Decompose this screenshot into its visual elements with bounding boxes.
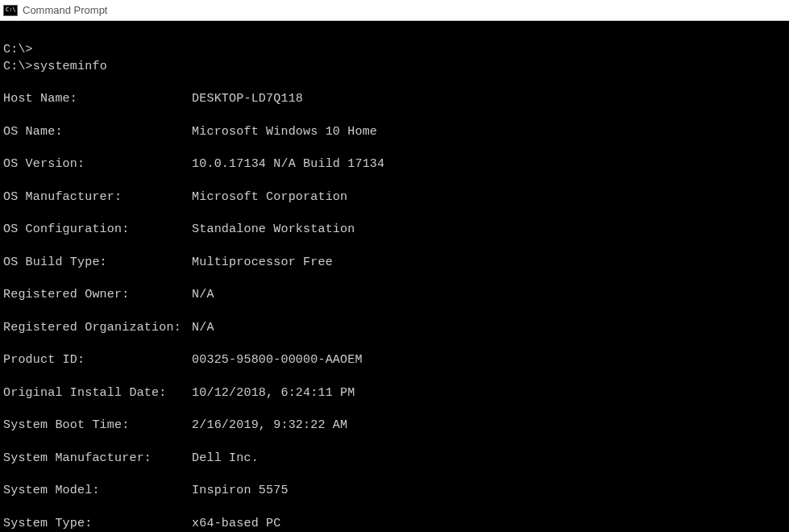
field-value: 2/16/2019, 9:32:22 AM bbox=[192, 418, 347, 432]
field-value: Microsoft Corporation bbox=[192, 190, 347, 204]
field-value: N/A bbox=[192, 321, 214, 335]
field-label: System Model: bbox=[3, 483, 192, 499]
field-label: Product ID: bbox=[3, 352, 192, 368]
field-value: Multiprocessor Free bbox=[192, 256, 333, 269]
field-label: OS Name: bbox=[3, 124, 192, 140]
field-label: System Boot Time: bbox=[3, 418, 192, 434]
field-value: Dell Inc. bbox=[192, 451, 259, 465]
field-row: System Boot Time:2/16/2019, 9:32:22 AM bbox=[3, 418, 786, 434]
field-row: OS Manufacturer:Microsoft Corporation bbox=[3, 189, 786, 206]
field-label: OS Build Type: bbox=[3, 255, 192, 271]
prompt-line-1: C:\> bbox=[3, 43, 33, 56]
field-label: System Manufacturer: bbox=[3, 451, 192, 467]
field-value: 10.0.17134 N/A Build 17134 bbox=[192, 157, 384, 171]
field-row: Registered Owner:N/A bbox=[3, 287, 786, 303]
field-value: N/A bbox=[192, 288, 214, 301]
field-value: DESKTOP-LD7Q118 bbox=[192, 92, 303, 106]
field-row: System Manufacturer:Dell Inc. bbox=[3, 451, 786, 467]
terminal-output[interactable]: C:\> C:\>systeminfo Host Name:DESKTOP-LD… bbox=[0, 21, 789, 532]
field-row: Product ID:00325-95800-00000-AAOEM bbox=[3, 352, 786, 368]
field-row: Registered Organization:N/A bbox=[3, 320, 786, 336]
field-label: OS Version: bbox=[3, 156, 192, 172]
cmd-icon bbox=[3, 5, 18, 16]
field-row: OS Configuration:Standalone Workstation bbox=[3, 222, 786, 238]
field-value: x64-based PC bbox=[192, 517, 280, 530]
command-text: systeminfo bbox=[33, 60, 107, 73]
field-row: System Type:x64-based PC bbox=[3, 516, 786, 532]
window-titlebar[interactable]: Command Prompt bbox=[0, 0, 789, 21]
field-row: Original Install Date:10/12/2018, 6:24:1… bbox=[3, 385, 786, 401]
field-label: Original Install Date: bbox=[3, 385, 192, 401]
field-label: Host Name: bbox=[3, 91, 192, 107]
field-row: OS Build Type:Multiprocessor Free bbox=[3, 255, 786, 271]
field-value: 10/12/2018, 6:24:11 PM bbox=[192, 386, 355, 400]
field-value: 00325-95800-00000-AAOEM bbox=[192, 353, 363, 367]
field-row: OS Version:10.0.17134 N/A Build 17134 bbox=[3, 156, 786, 172]
field-value: Inspiron 5575 bbox=[192, 484, 289, 497]
field-label: Registered Owner: bbox=[3, 287, 192, 303]
field-row: Host Name:DESKTOP-LD7Q118 bbox=[3, 91, 786, 107]
field-label: OS Manufacturer: bbox=[3, 189, 192, 206]
window-title: Command Prompt bbox=[23, 4, 107, 16]
field-row: OS Name:Microsoft Windows 10 Home bbox=[3, 124, 786, 140]
field-value: Standalone Workstation bbox=[192, 222, 355, 236]
field-label: OS Configuration: bbox=[3, 222, 192, 238]
field-label: System Type: bbox=[3, 516, 192, 532]
field-label: Registered Organization: bbox=[3, 320, 192, 336]
field-row: System Model:Inspiron 5575 bbox=[3, 483, 786, 499]
prompt-line-2: C:\>systeminfo bbox=[3, 60, 107, 73]
prompt-prefix: C:\> bbox=[3, 60, 33, 73]
field-value: Microsoft Windows 10 Home bbox=[192, 125, 377, 139]
